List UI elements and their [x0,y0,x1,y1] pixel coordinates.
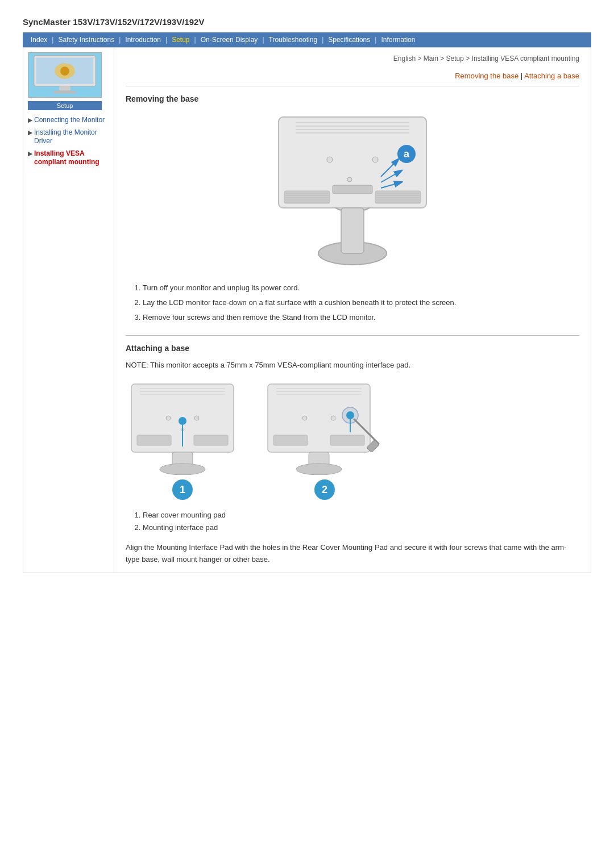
nav-sep-6: | [322,36,323,44]
instruction-3: Remove four screws and then remove the S… [143,311,579,324]
nav-sep-5: | [262,36,264,44]
nav-item-osd[interactable]: On-Screen Display [196,35,263,45]
svg-rect-15 [284,191,330,203]
nav-sep-1: | [52,36,53,44]
nav-item-setup[interactable]: Setup [167,35,194,45]
svg-point-45 [160,464,205,475]
top-divider [126,86,579,86]
arrow-icon-3: ▶ [28,150,32,157]
svg-rect-55 [330,435,364,445]
attaching-svg-1 [126,378,239,475]
svg-point-52 [302,416,307,420]
sidebar: Setup ▶ Connecting the Monitor ▶ Install… [23,48,114,573]
images-row: 1 [126,378,579,500]
removing-link[interactable]: Removing the base [455,72,518,80]
svg-point-14 [347,177,352,182]
svg-rect-29 [341,208,364,253]
nav-sep-4: | [194,36,196,44]
arrow-icon-2: ▶ [28,129,32,136]
removing-instructions: Turn off your monitor and unplug its pow… [143,282,579,324]
align-text: Align the Mounting Interface Pad with th… [126,542,579,566]
sidebar-thumbnail [28,52,102,98]
sidebar-item-driver[interactable]: ▶ Installing the Monitor Driver [28,128,109,146]
nav-item-trouble[interactable]: Troubleshooting [264,35,322,45]
sidebar-link-driver[interactable]: Installing the Monitor Driver [34,128,109,146]
note-text: NOTE: This monitor accepts a 75mm x 75mm… [126,361,579,369]
svg-rect-21 [375,191,421,203]
monitor-svg: a [262,111,443,270]
nav-bar: Index | Safety Instructions | Introducti… [23,32,591,47]
instruction-1: Turn off your monitor and unplug its pow… [143,282,579,294]
removing-title: Removing the base [126,94,579,103]
svg-point-57 [296,464,342,475]
section-links: Removing the base | Attaching a base [126,72,579,80]
breadcrumb: English > Main > Setup > Installing VESA… [126,55,579,62]
arrow-icon-1: ▶ [28,116,32,124]
attaching-svg-2 [262,378,387,475]
svg-rect-5 [59,86,70,91]
image-1-container: 1 [126,378,239,500]
sidebar-setup-label: Setup [28,101,102,110]
attaching-item-1: Rear cover mounting pad [143,509,579,521]
svg-rect-6 [53,91,76,94]
nav-item-intro[interactable]: Introduction [121,35,165,45]
attaching-title: Attaching a base [126,344,579,353]
nav-sep-2: | [119,36,121,44]
main-content: English > Main > Setup > Installing VESA… [114,48,591,573]
svg-rect-43 [194,435,228,445]
attaching-section: Attaching a base NOTE: This monitor acce… [126,344,579,566]
svg-point-13 [372,157,378,162]
attaching-item-2: Mounting interface pad [143,521,579,534]
nav-item-safety[interactable]: Safety Instructions [53,35,119,45]
page-title: SyncMaster 153V/173V/152V/172V/193V/192V [23,17,591,27]
svg-point-12 [327,157,333,162]
sidebar-link-vesa[interactable]: Installing VESA compliant mounting [34,149,109,167]
svg-rect-27 [333,185,372,194]
svg-point-53 [331,416,335,420]
badge-1: 1 [172,479,193,500]
attaching-link[interactable]: Attaching a base [524,72,579,80]
svg-point-46 [179,417,186,425]
svg-point-39 [166,416,171,420]
sidebar-link-connect[interactable]: Connecting the Monitor [34,116,105,125]
svg-text:a: a [404,148,410,160]
image-2-container: 2 [262,378,387,500]
svg-rect-42 [137,435,171,445]
sidebar-item-connect[interactable]: ▶ Connecting the Monitor [28,116,109,125]
svg-point-4 [60,66,69,76]
content-area: Setup ▶ Connecting the Monitor ▶ Install… [23,47,591,573]
page-wrapper: SyncMaster 153V/173V/152V/172V/193V/192V… [0,0,614,590]
nav-sep-3: | [165,36,167,44]
middle-divider [126,335,579,336]
sidebar-item-vesa[interactable]: ▶ Installing VESA compliant mounting [28,149,109,167]
svg-point-61 [346,411,354,419]
instruction-2: Lay the LCD monitor face-down on a flat … [143,297,579,309]
nav-item-info[interactable]: Information [376,35,420,45]
svg-rect-54 [273,435,308,445]
nav-item-specs[interactable]: Specifications [323,35,375,45]
monitor-image-container: a [126,111,579,270]
nav-item-index[interactable]: Index [26,35,52,45]
svg-point-40 [194,416,199,420]
nav-sep-7: | [375,36,376,44]
attaching-list: Rear cover mounting pad Mounting interfa… [143,509,579,534]
badge-2: 2 [314,479,335,500]
